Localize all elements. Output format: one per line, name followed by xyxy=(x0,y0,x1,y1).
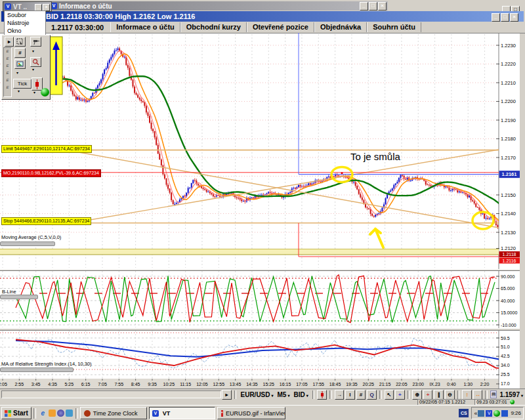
quote-panel-button[interactable]: Q xyxy=(367,390,377,400)
rsi-axis-label: 59.5 xyxy=(501,336,510,341)
time-axis-label: 12:55 xyxy=(213,382,225,387)
draw-cross-button[interactable]: + xyxy=(423,390,433,400)
start-button[interactable]: Start xyxy=(1,407,32,419)
mail-quicklaunch-icon[interactable] xyxy=(49,410,56,417)
bline-indicator-label[interactable]: B-Line xyxy=(2,289,16,295)
rsi-axis-label: 51.0 xyxy=(501,345,510,349)
zoom-in-button[interactable]: ⊕ xyxy=(412,390,422,400)
chart-bottom-toolbar: ▸ EUR/USD▾ M5▾ BID▾ → I # Q ↖ + ⊕ + ∥ ⊖ … xyxy=(0,388,525,400)
candlestick-icon xyxy=(34,79,40,89)
tray-collapse-icon[interactable]: « xyxy=(474,410,477,417)
time-axis-label: 2:55 xyxy=(15,382,24,387)
zoom-out-button[interactable]: ⊖ xyxy=(445,390,455,400)
chart-window-titlebar[interactable]: BID 1.2118 03:30:00 High 1.2162 Low 1.21… xyxy=(1,11,524,22)
time-axis-label: 10:25 xyxy=(163,382,175,387)
price-type-selector[interactable]: BID▾ xyxy=(293,391,308,398)
connection-status-orb[interactable] xyxy=(41,88,49,96)
rsi-indicator-label[interactable]: MA of Relative Strength Index (14, 10,30… xyxy=(1,361,92,367)
image-tool-button[interactable] xyxy=(14,59,26,69)
close-button[interactable]: × xyxy=(378,2,387,10)
grid-toggle-button[interactable]: # xyxy=(356,390,366,400)
time-axis-label: IX.23 xyxy=(429,382,440,387)
tab-open-positions[interactable]: Otevřené pozice xyxy=(247,22,314,32)
volume-toggle-button[interactable]: ∥ xyxy=(434,390,444,400)
messenger-quicklaunch-icon[interactable] xyxy=(66,410,73,417)
scroll-right-button[interactable]: ▸ xyxy=(222,390,232,400)
last-price-box-label: 1.2118 xyxy=(503,252,516,257)
limit-order-label[interactable]: Limit 5449467,E290110,12174,AC:697234 xyxy=(1,145,92,153)
vt-tray-icon[interactable]: V xyxy=(486,410,492,417)
chart-maximize-button[interactable]: □ xyxy=(501,13,509,22)
grid-tool-button[interactable]: # xyxy=(14,48,26,58)
time-axis-label: 5:25 xyxy=(65,382,74,387)
time-axis-label: 3:45 xyxy=(32,382,41,387)
account-tabs-bar: 1.2117 03:30:00 Informace o účtu Obchodn… xyxy=(1,22,524,33)
rsi-axis-label: 42.5 xyxy=(501,354,510,358)
candle-chart-button[interactable] xyxy=(32,77,43,91)
pin-dropdown-arrow-icon[interactable]: ▾ xyxy=(32,49,34,53)
price-chart-canvas[interactable]: 2:052:553:454:355:256:157:057:558:459:35… xyxy=(0,33,525,388)
select-tool-button[interactable] xyxy=(14,37,26,47)
tick-chart-button[interactable]: Tick xyxy=(13,79,32,89)
price-axis-label: 1.2190 xyxy=(501,117,516,123)
vt-toolbox-title: VT .. xyxy=(13,3,27,10)
toolbox-docked-strip[interactable]: EEEEEE xyxy=(3,47,12,97)
scale-horizontal-button[interactable]: ↔ xyxy=(473,390,483,400)
goto-end-button[interactable]: → xyxy=(335,390,345,400)
zoom-tool-button[interactable] xyxy=(30,57,41,67)
vt-minimize-button[interactable]: _ xyxy=(35,4,42,11)
crosshair-mode-button[interactable]: + xyxy=(395,390,405,400)
news-doc-icon[interactable]: ▤ xyxy=(490,390,497,398)
pointer-mode-button[interactable]: ↖ xyxy=(385,390,394,400)
minimize-button[interactable]: _ xyxy=(360,2,368,10)
bline-axis-label: 40.000 xyxy=(501,299,515,303)
menu-okno[interactable]: Okno xyxy=(5,27,24,35)
task-vt[interactable]: V VT xyxy=(149,407,215,419)
task-irfanview[interactable]: * EURUSD.gif - IrfanView (... xyxy=(217,407,285,419)
stop-order-label[interactable]: Stop 5449466,E290110,12135,AC:697234 xyxy=(1,217,91,225)
tab-trading-rates[interactable]: Obchodní kurzy xyxy=(180,22,247,32)
market-order-label[interactable]: MO,2190110,0.9B,12162,PVL-39.6,AC:697234 xyxy=(1,169,101,177)
chart-close-button[interactable]: × xyxy=(510,13,518,22)
status-ok-tray-icon[interactable] xyxy=(494,410,500,417)
taskbar-clock: 9:26 xyxy=(511,410,521,416)
zoom-dropdown-arrow-icon[interactable]: ▾ xyxy=(32,67,34,72)
time-axis-label: 18:45 xyxy=(329,382,341,387)
time-axis-label: 17:55 xyxy=(313,382,325,387)
price-axis-label: 1.2140 xyxy=(501,211,516,217)
app-tray-icon[interactable] xyxy=(501,410,508,417)
symbol-selector[interactable]: EUR/USD▾ xyxy=(240,391,273,398)
bline-axis-label: 15.0000 xyxy=(501,310,517,315)
chart-minimize-button[interactable]: _ xyxy=(492,13,500,22)
price-axis-label: 1.2210 xyxy=(501,80,516,86)
crosshair-text-button[interactable]: I xyxy=(345,390,355,400)
ma-indicator-label[interactable]: Moving Average (C,5,V,0,0) xyxy=(1,234,61,240)
pin-tool-button[interactable] xyxy=(30,37,41,47)
toolbox-expand-button[interactable]: ▸ xyxy=(5,37,14,47)
candle-dropdown-arrow-icon[interactable]: ▾ xyxy=(33,90,35,94)
rsi-label-bar xyxy=(0,368,74,372)
vt-close-button[interactable]: × xyxy=(43,4,50,11)
ie-quicklaunch-icon[interactable]: e xyxy=(39,409,47,417)
account-window-titlebar[interactable]: V Informace o účtu _□× xyxy=(49,1,388,10)
chart-horizontal-scrollbar[interactable] xyxy=(1,390,221,398)
image-dropdown-arrow-icon[interactable]: ▾ xyxy=(16,70,18,75)
network-tray-icon[interactable] xyxy=(478,410,484,417)
tab-account-summary[interactable]: Souhrn účtu xyxy=(367,22,421,32)
task-time-zone-clock[interactable]: Time Zone Clock xyxy=(80,407,147,419)
menu-soubor[interactable]: Soubor xyxy=(5,11,29,19)
time-axis-label: 14:35 xyxy=(246,382,258,387)
tick-dropdown-arrow-icon[interactable]: ▾ xyxy=(18,89,20,93)
language-indicator[interactable]: CS xyxy=(459,409,469,417)
tab-order[interactable]: Objednávka xyxy=(314,22,367,32)
maximize-button[interactable]: □ xyxy=(369,2,377,10)
rsi-axis-label: 25.5 xyxy=(501,372,510,377)
tab-account-info[interactable]: Informace o účtu xyxy=(110,22,180,32)
media-player-quicklaunch-icon[interactable] xyxy=(57,410,64,417)
time-axis-label: 6:15 xyxy=(81,382,91,387)
chart-style-button[interactable] xyxy=(317,390,327,400)
menu-nastroje[interactable]: Nástroje xyxy=(5,19,32,27)
scale-vertical-button[interactable]: ↕ xyxy=(462,390,472,400)
secondary-rate[interactable]: 1.1597▾ xyxy=(499,391,523,398)
period-selector[interactable]: M5▾ xyxy=(278,391,290,398)
